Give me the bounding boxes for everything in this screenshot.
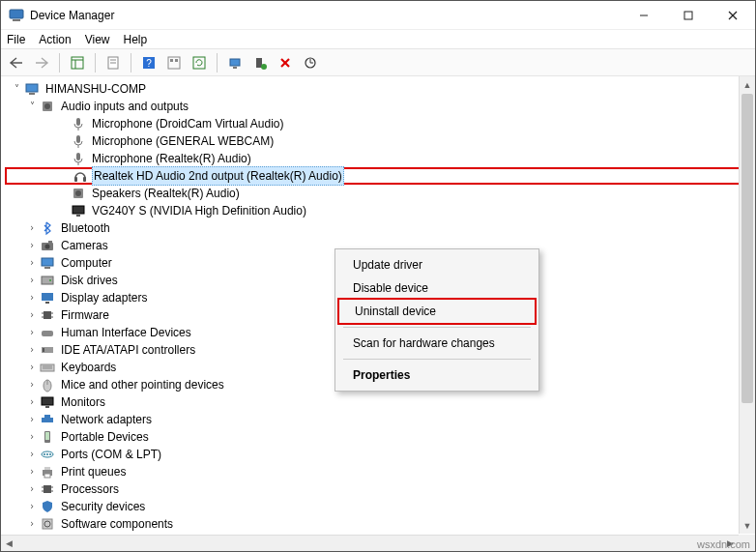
pc-icon [40,255,55,271]
svg-rect-36 [83,177,86,182]
svg-rect-44 [42,258,53,266]
expander-closed-icon[interactable]: › [26,498,38,515]
tree-label: HIMANSHU-COMP [44,80,148,98]
toolbar-separator [95,53,96,73]
expander-closed-icon[interactable]: › [26,376,38,393]
scroll-thumb[interactable] [741,94,753,403]
back-button[interactable] [5,52,28,73]
tree-row-cat-15[interactable]: ›Processors [5,480,755,498]
camera-icon [40,238,55,253]
menu-action[interactable]: Action [39,33,71,46]
svg-rect-64 [45,406,49,408]
expander-closed-icon[interactable]: › [26,237,38,254]
refresh-button[interactable] [188,52,211,73]
group-button[interactable] [162,52,186,73]
context-disable-device[interactable]: Disable device [337,276,537,300]
scroll-up-icon[interactable]: ▲ [740,76,755,93]
tree-row-cat-16[interactable]: ›Security devices [5,498,755,515]
tree-row-audio-2[interactable]: Microphone (Realtek(R) Audio) [5,150,755,167]
tree-row-cat-12[interactable]: ›Portable Devices [5,428,755,446]
tree-row-audio-3[interactable]: Realtek HD Audio 2nd output (Realtek(R) … [5,167,755,185]
svg-point-71 [46,453,48,455]
window-title: Device Manager [30,9,114,22]
tree-row-audio-0[interactable]: Microphone (DroidCam Virtual Audio) [5,115,755,132]
expander-closed-icon[interactable]: › [26,272,38,289]
disk-icon [40,273,55,288]
svg-rect-18 [230,59,240,66]
tree-row-cat-11[interactable]: ›Network adapters [5,411,755,428]
context-uninstall-device[interactable]: Uninstall device [337,298,537,325]
context-update-driver[interactable]: Update driver [337,253,537,276]
svg-rect-17 [193,57,205,69]
display-icon [40,290,55,305]
help-button[interactable]: ? [137,52,160,73]
context-scan-hardware[interactable]: Scan for hardware changes [337,332,537,355]
scroll-down-icon[interactable]: ▼ [740,517,755,534]
tree-row-audio-1[interactable]: Microphone (GENERAL WEBCAM) [5,132,755,150]
expander-closed-icon[interactable]: › [26,446,38,463]
scroll-left-icon[interactable]: ◀ [1,536,17,551]
expander-closed-icon[interactable]: › [26,411,38,428]
menu-view[interactable]: View [85,33,110,46]
tree-row-cat-10[interactable]: ›Monitors [5,393,755,411]
expander-closed-icon[interactable]: › [26,480,38,498]
expander-closed-icon[interactable]: › [26,306,38,324]
expander-closed-icon[interactable]: › [26,219,38,237]
tree-label: Display adapters [59,289,149,306]
toolbar-separator [59,53,60,73]
context-properties[interactable]: Properties [337,363,537,387]
tree-row-cat-0[interactable]: ›Bluetooth [5,219,755,237]
mic-icon [71,133,86,149]
tree-row-cat-14[interactable]: ›Print queues [5,463,755,480]
tree-label: Disk drives [59,272,120,289]
expander-closed-icon[interactable]: › [26,463,38,480]
tree-label: Print queues [59,463,128,480]
expander-closed-icon[interactable]: › [26,254,38,272]
tree-label: Bluetooth [59,219,112,237]
expander-closed-icon[interactable]: › [26,341,38,359]
bt-icon [40,220,55,236]
tree-row-cat-17[interactable]: ›Software components [5,515,755,533]
scan-hardware-button[interactable] [299,52,322,73]
tree-row-audio-category[interactable]: ˅Audio inputs and outputs [5,98,755,115]
expander-closed-icon[interactable]: › [26,515,38,533]
svg-rect-55 [42,331,53,336]
vertical-scrollbar[interactable]: ▲ ▼ [739,76,755,534]
show-hide-console-tree-button[interactable] [66,52,89,73]
expander-closed-icon[interactable]: › [26,359,38,376]
tree-label: Ports (COM & LPT) [59,446,163,463]
tree-row-cat-13[interactable]: ›Ports (COM & LPT) [5,446,755,463]
expander-open-icon[interactable]: ˅ [11,80,22,98]
expander-closed-icon[interactable]: › [26,324,38,341]
svg-rect-50 [44,311,51,319]
svg-rect-46 [42,276,53,284]
tree-row-audio-5[interactable]: VG240Y S (NVIDIA High Definition Audio) [5,202,755,219]
svg-rect-1 [13,19,20,21]
menu-help[interactable]: Help [124,33,148,46]
toolbar-separator [131,53,131,73]
maximize-button[interactable] [666,1,711,30]
horizontal-scrollbar[interactable]: ◀ ▶ [1,535,739,551]
svg-rect-14 [168,57,180,69]
close-button[interactable] [711,1,755,30]
speaker-icon [71,186,86,201]
expander-closed-icon[interactable]: › [26,393,38,411]
update-driver-button[interactable] [223,52,247,73]
kb-icon [40,360,55,375]
enable-device-button[interactable] [248,52,272,73]
tree-label: VG240Y S (NVIDIA High Definition Audio) [90,202,308,219]
expander-closed-icon[interactable]: › [26,428,38,446]
svg-rect-57 [43,348,44,352]
forward-button[interactable] [30,52,53,73]
svg-rect-74 [44,467,50,470]
uninstall-device-button[interactable] [274,52,297,73]
menu-file[interactable]: File [7,33,25,46]
expander-closed-icon[interactable]: › [26,289,38,306]
tree-row-root[interactable]: ˅HIMANSHU-COMP [5,80,755,98]
sw-icon [40,516,55,532]
expander-open-icon[interactable]: ˅ [26,98,38,115]
properties-button[interactable] [102,52,125,73]
minimize-button[interactable] [622,1,666,30]
tree-label: Microphone (GENERAL WEBCAM) [90,132,276,150]
tree-row-audio-4[interactable]: Speakers (Realtek(R) Audio) [5,185,755,202]
